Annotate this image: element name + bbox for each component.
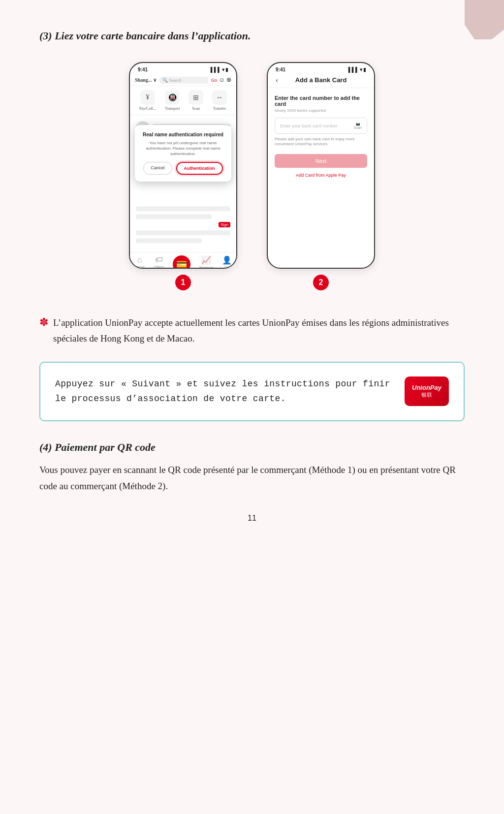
me-icon: 👤 xyxy=(222,255,232,265)
sign-badge: Sign xyxy=(219,222,230,227)
transfer-icon: ↔ xyxy=(212,90,227,105)
phone1-statusbar: 9:41 ▌▌▌ ▾ ▮ xyxy=(130,63,236,74)
wifi-icon: ▾ xyxy=(222,67,224,72)
nav-me-label: Me xyxy=(224,265,230,269)
info-box: Appuyez sur « Suivant » et suivez les in… xyxy=(39,362,465,421)
cancel-button[interactable]: Cancel xyxy=(143,162,172,175)
scan-text: Scan xyxy=(354,126,362,129)
phone2-statusbar: 9:41 ▌▌▌ ▾ ▮ xyxy=(268,63,374,74)
phones-container: 9:41 ▌▌▌ ▾ ▮ Shang... ∨ 🔍 Search Go ☺ ⊕ xyxy=(39,62,465,290)
auth-button[interactable]: Authentication xyxy=(176,162,223,175)
phone1-shang-label: Shang... ∨ xyxy=(135,77,157,83)
unionpay-en: UnionPay xyxy=(412,384,441,391)
transport-icon: 🚇 xyxy=(165,90,180,105)
phone1-wrapper: 9:41 ▌▌▌ ▾ ▮ Shang... ∨ 🔍 Search Go ☺ ⊕ xyxy=(129,62,237,290)
nav-home[interactable]: ⌂ Home xyxy=(134,255,145,269)
unionpay-logo: UnionPay 银联 xyxy=(405,376,449,406)
transport-label: Transport xyxy=(165,106,180,111)
phone2-hint: Please add your own bank card to enjoy m… xyxy=(275,137,367,147)
signal-icon: ▌▌▌ xyxy=(211,67,221,72)
scan-label: Scan xyxy=(192,106,200,111)
phone2-card-input[interactable]: Enter your bank card number 📷 Scan xyxy=(275,118,367,134)
phone1-icon-transport: 🚇 Transport xyxy=(165,90,180,111)
phone2-card-label: Enter the card number to add the card xyxy=(275,95,367,107)
phone1-bottom-nav: ⌂ Home 🏷 Offers 💳 Cards 📈 Finance 👤 xyxy=(130,252,236,269)
unionpay-cn: 银联 xyxy=(421,391,432,399)
phone2-time: 9:41 xyxy=(276,67,285,72)
search-icon: 🔍 xyxy=(162,78,168,83)
section4-heading: (4) Paiement par QR code xyxy=(39,441,465,454)
nav-me[interactable]: 👤 Me xyxy=(222,255,232,269)
phone1-icons-row: ¥ Pay/Coll... 🚇 Transport ⊞ Scan ↔ Trans… xyxy=(130,86,236,115)
phone1-go-btn[interactable]: Go xyxy=(211,78,217,83)
phone1-time: 9:41 xyxy=(138,67,148,72)
phone2-input-placeholder: Enter your bank card number xyxy=(280,124,338,128)
phone2-sublabel: Nearly 2000 banks supported xyxy=(275,108,367,113)
phone1-icon-pay: ¥ Pay/Coll... xyxy=(139,90,156,111)
finance-icon: 📈 xyxy=(201,255,211,265)
battery2-icon: ▮ xyxy=(363,67,366,72)
back-button[interactable]: ‹ xyxy=(276,76,278,85)
step1-badge: 1 xyxy=(175,275,191,290)
scan-icon: ⊞ xyxy=(189,90,203,105)
step2-badge: 2 xyxy=(313,275,329,290)
camera-icon: 📷 xyxy=(356,122,360,126)
auth-dialog: Real name authentication required You ha… xyxy=(135,125,231,182)
corner-decoration xyxy=(465,0,504,39)
phone2-header: ‹ Add a Bank Card xyxy=(268,74,374,88)
note-star: ✽ xyxy=(39,316,48,347)
phone2-apple-pay-link[interactable]: Add Card from Apple Pay xyxy=(275,173,367,178)
phone1-icon-scan: ⊞ Scan xyxy=(189,90,203,111)
note-text: L’application UnionPay accepte actuellem… xyxy=(53,315,465,347)
phone1-frame: 9:41 ▌▌▌ ▾ ▮ Shang... ∨ 🔍 Search Go ☺ ⊕ xyxy=(129,62,237,269)
svg-marker-0 xyxy=(465,0,504,39)
nav-finance[interactable]: 📈 Finance xyxy=(199,255,213,269)
section4-text: Vous pouvez payer en scannant le QR code… xyxy=(39,462,465,495)
phone2-next-button[interactable]: Next xyxy=(275,154,367,168)
phone1-icons-right: ☺ ⊕ xyxy=(219,76,231,84)
note-section: ✽ L’application UnionPay accepte actuell… xyxy=(39,315,465,347)
dialog-title: Real name authentication required xyxy=(142,132,224,137)
dialog-body: You have not yet undergone real name aut… xyxy=(142,140,224,157)
phone1-icon-transfer: ↔ Transfer xyxy=(212,90,227,111)
pay-icon: ¥ xyxy=(140,90,155,105)
signal2-icon: ▌▌▌ xyxy=(348,67,359,72)
pay-label: Pay/Coll... xyxy=(139,106,156,111)
blurred-content-lower: Sign xyxy=(133,203,233,249)
nav-offers-label: Offers xyxy=(154,265,164,269)
phone2-wrapper: 9:41 ▌▌▌ ▾ ▮ ‹ Add a Bank Card Enter the… xyxy=(267,62,375,290)
phone2-frame: 9:41 ▌▌▌ ▾ ▮ ‹ Add a Bank Card Enter the… xyxy=(267,62,375,269)
search-placeholder: Search xyxy=(169,78,182,83)
nav-finance-label: Finance xyxy=(199,265,213,269)
phone2-scan[interactable]: 📷 Scan xyxy=(354,122,362,129)
transfer-label: Transfer xyxy=(213,106,226,111)
home-icon: ⌂ xyxy=(137,255,142,264)
nav-offers[interactable]: 🏷 Offers xyxy=(154,255,164,269)
offers-icon: 🏷 xyxy=(155,255,163,264)
nav-cards[interactable]: 💳 Cards xyxy=(173,255,190,269)
page-number: 11 xyxy=(39,514,465,523)
wifi2-icon: ▾ xyxy=(360,67,362,72)
phone1-content: Real name authentication required You ha… xyxy=(130,115,236,252)
section3-heading: (3) Liez votre carte bancaire dans l’app… xyxy=(39,30,465,42)
nav-home-label: Home xyxy=(134,265,145,269)
phone2-status-icons: ▌▌▌ ▾ ▮ xyxy=(348,67,366,72)
phone1-status-icons: ▌▌▌ ▾ ▮ xyxy=(211,67,228,72)
phone2-title: Add a Bank Card xyxy=(295,76,347,84)
phone2-body: Enter the card number to add the card Ne… xyxy=(268,88,374,185)
info-box-text: Appuyez sur « Suivant » et suivez les in… xyxy=(55,376,395,407)
cards-icon: 💳 xyxy=(173,255,190,269)
phone1-search[interactable]: 🔍 Search xyxy=(159,77,208,84)
phone1-header: Shang... ∨ 🔍 Search Go ☺ ⊕ xyxy=(130,74,236,86)
dialog-buttons: Cancel Authentication xyxy=(142,162,224,175)
battery-icon: ▮ xyxy=(225,67,228,72)
